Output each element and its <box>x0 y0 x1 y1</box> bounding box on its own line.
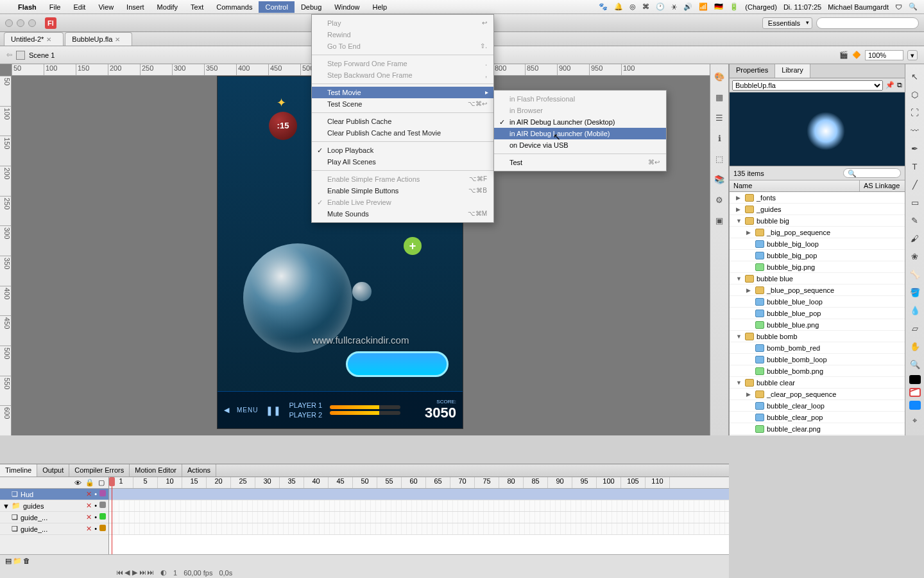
hand-tool-icon[interactable]: ✋ <box>908 339 922 353</box>
menubar-clock[interactable]: Di. 11:07:25 <box>783 3 821 11</box>
layer-row[interactable]: ❏guide_...✕• <box>0 512 108 523</box>
lock-icon[interactable]: 🔒 <box>85 478 94 487</box>
menu-item[interactable]: Clear Publish Cache and Test Movie <box>312 127 493 139</box>
library-item[interactable]: ▶_clear_pop_sequence <box>730 389 905 400</box>
menu-modify[interactable]: Modify <box>151 1 184 13</box>
menu-view[interactable]: View <box>92 1 120 13</box>
col-linkage[interactable]: AS Linkage <box>860 180 905 191</box>
layer-visibility-icon[interactable]: ✕ <box>86 525 92 533</box>
layer-row[interactable]: ❏guide_...✕• <box>0 523 108 535</box>
layer-lock-icon[interactable]: • <box>94 525 97 533</box>
lasso-tool-icon[interactable]: 〰 <box>908 123 922 137</box>
eraser-tool-icon[interactable]: ▱ <box>908 321 922 335</box>
pin-icon[interactable]: 📌 <box>886 81 894 89</box>
library-item[interactable]: bubble_blue_pop <box>730 308 905 319</box>
paint-bucket-tool-icon[interactable]: 🪣 <box>908 285 922 299</box>
library-item[interactable]: ▼bubble green <box>730 435 905 435</box>
tab-properties[interactable]: Properties <box>730 64 775 78</box>
library-item[interactable]: bubble_big.png <box>730 261 905 273</box>
library-column-header[interactable]: Name AS Linkage <box>730 180 905 192</box>
library-item[interactable]: ▶_fonts <box>730 192 905 204</box>
library-item[interactable]: ▶_blue_pop_sequence <box>730 285 905 296</box>
subselection-tool-icon[interactable]: ⬡ <box>908 87 922 101</box>
menu-item[interactable]: Clear Publish Cache <box>312 116 493 127</box>
swatches-icon[interactable]: ▦ <box>714 91 725 103</box>
menubar-paw-icon[interactable]: 🐾 <box>599 3 608 11</box>
tab-timeline[interactable]: Timeline <box>0 464 37 477</box>
back-chevron-icon[interactable]: ◀ <box>224 406 229 414</box>
layer-color-swatch[interactable] <box>99 525 106 531</box>
frames-area[interactable]: 1510152025303540455055606570758085909510… <box>109 477 729 554</box>
library-item[interactable]: bubble_clear.png <box>730 423 905 435</box>
free-transform-tool-icon[interactable]: ⛶ <box>908 105 922 119</box>
line-tool-icon[interactable]: ╱ <box>908 177 922 191</box>
bone-tool-icon[interactable]: 🦴 <box>908 267 922 281</box>
layer-lock-icon[interactable]: • <box>94 513 97 521</box>
layer-row[interactable]: ▼📁guides✕• <box>0 500 108 512</box>
menubar-sync-icon[interactable]: ◎ <box>629 3 636 11</box>
menubar-clock-icon[interactable]: 🕐 <box>656 3 665 11</box>
menu-item[interactable]: Mute Sounds⌥⌘M <box>312 208 493 220</box>
zoom-stepper[interactable]: ▾ <box>907 50 918 60</box>
zoom-input[interactable] <box>865 50 903 60</box>
menu-app[interactable]: Flash <box>12 1 43 13</box>
components-icon[interactable]: ▣ <box>714 215 725 226</box>
pause-icon[interactable]: ❚❚ <box>266 405 281 416</box>
library-item[interactable]: ▶_guides <box>730 204 905 215</box>
library-item[interactable]: bubble_big_pop <box>730 250 905 261</box>
library-list[interactable]: ▶_fonts▶_guides▼bubble big▶_big_pop_sequ… <box>730 192 905 435</box>
library-item[interactable]: bubble_clear_pop <box>730 412 905 423</box>
menu-item[interactable]: Play All Scenes <box>312 156 493 168</box>
menu-control[interactable]: Control <box>259 1 294 13</box>
library-item[interactable]: bubble_bomb.png <box>730 365 905 377</box>
menubar-volume-icon[interactable]: 🔊 <box>683 3 692 11</box>
menubar-cmd-icon[interactable]: ⌘ <box>642 3 649 11</box>
close-icon[interactable]: ✕ <box>46 36 51 43</box>
workspace-switcher[interactable]: Essentials <box>762 17 812 29</box>
tab-output[interactable]: Output <box>37 464 69 477</box>
outline-icon[interactable]: ▢ <box>98 478 105 487</box>
menu-debug[interactable]: Debug <box>295 1 328 13</box>
layer-visibility-icon[interactable]: ✕ <box>86 513 92 521</box>
palette-icon[interactable]: 🎨 <box>714 71 725 82</box>
eyedropper-tool-icon[interactable]: 💧 <box>908 303 922 317</box>
pencil-tool-icon[interactable]: ✎ <box>908 213 922 227</box>
menu-item[interactable]: ✓Loop Playback <box>312 144 493 156</box>
pen-tool-icon[interactable]: ✒ <box>908 141 922 155</box>
submenu-item[interactable]: ✓in AIR Debug Launcher (Desktop) <box>494 116 666 128</box>
layer-visibility-icon[interactable]: ✕ <box>86 490 92 498</box>
help-search-input[interactable] <box>816 17 919 29</box>
menubar-bluetooth-icon[interactable]: ⚹ <box>671 3 677 11</box>
library-item[interactable]: ▼bubble bomb <box>730 331 905 342</box>
doctab-untitled[interactable]: Untitled-2*✕ <box>4 32 64 46</box>
menubar-spotlight-icon[interactable]: 🔍 <box>909 3 918 11</box>
onion-skin-icon[interactable]: ◐ <box>160 568 167 577</box>
library-search-input[interactable] <box>843 168 901 178</box>
info-icon[interactable]: ℹ <box>714 132 725 144</box>
menu-insert[interactable]: Insert <box>120 1 151 13</box>
menubar-user[interactable]: Michael Baumgardt <box>828 3 889 11</box>
library-item[interactable]: ▶_big_pop_sequence <box>730 227 905 238</box>
menu-button[interactable]: MENU <box>237 407 258 414</box>
edit-scene-icon[interactable]: 🎬 <box>839 51 848 59</box>
traffic-lights[interactable] <box>5 19 36 27</box>
behaviors-icon[interactable]: ⚙ <box>714 194 725 206</box>
rectangle-tool-icon[interactable]: ▭ <box>908 195 922 209</box>
layer-buttons[interactable]: ▤📁🗑 <box>4 557 31 565</box>
library-item[interactable]: bomb_bomb_red <box>730 342 905 354</box>
tab-library[interactable]: Library <box>775 64 810 78</box>
layer-row[interactable]: ❏Hud✕• <box>0 489 108 500</box>
selection-tool-icon[interactable]: ↖ <box>908 69 922 83</box>
snap-icon[interactable]: ⌖ <box>908 414 922 428</box>
new-folder-icon[interactable]: 📁 <box>13 557 22 565</box>
library-item[interactable]: bubble_clear_loop <box>730 400 905 412</box>
submenu-item[interactable]: in AIR Debug Launcher (Mobile) <box>494 128 666 139</box>
menu-file[interactable]: File <box>43 1 67 13</box>
library-icon[interactable]: 📚 <box>714 173 725 185</box>
layer-color-swatch[interactable] <box>99 502 106 508</box>
library-item[interactable]: bubble_blue_loop <box>730 296 905 308</box>
menu-item[interactable]: Test Movie <box>312 87 493 98</box>
doctab-bubbleup[interactable]: BubbleUp.fla✕ <box>65 32 132 46</box>
submenu-item[interactable]: on Device via USB <box>494 139 666 151</box>
menubar-bell-icon[interactable]: 🔔 <box>614 3 623 11</box>
